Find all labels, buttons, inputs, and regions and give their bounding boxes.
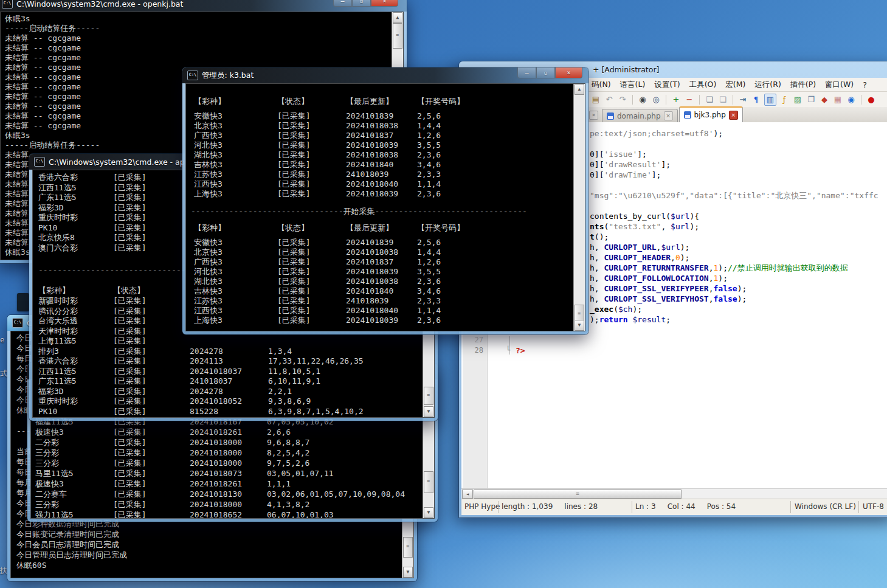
function-list-icon[interactable]: ƒ	[779, 94, 790, 105]
scroll-down-icon[interactable]: ▼	[403, 567, 413, 578]
zoom-out-icon[interactable]: −	[684, 94, 695, 105]
record-macro-icon[interactable]: ●	[866, 94, 877, 105]
cmd-icon: C:\	[12, 318, 23, 328]
maximize-button[interactable]: ▫	[536, 67, 555, 78]
menu-item-tools[interactable]: 工具(O)	[689, 80, 717, 90]
redo-icon[interactable]: ↷	[617, 94, 628, 105]
separator[interactable]	[699, 95, 700, 105]
console-line: 今日管理员日志清理时间已完成	[16, 550, 395, 560]
scroll-up-icon[interactable]: ▲	[575, 84, 584, 95]
desktop-icon[interactable]	[17, 293, 29, 311]
document-map-icon[interactable]: ▨	[792, 94, 803, 105]
minimize-button[interactable]: –	[333, 0, 352, 7]
table-row: 极速快3[已采集] 202410182611,1,1	[31, 479, 422, 489]
menu-item-plugins[interactable]: 插件(P)	[790, 80, 816, 90]
window-title: C:\Windows\system32\cmd.exe - apic	[49, 157, 191, 167]
separator[interactable]	[666, 95, 666, 105]
close-icon[interactable]: ×	[589, 111, 598, 120]
eye-icon[interactable]: ◉	[846, 94, 857, 105]
menu-item-window[interactable]: 窗口(W)	[825, 80, 854, 90]
scroll-left-icon[interactable]: ◄	[462, 489, 473, 499]
view-doc2-icon[interactable]: ❏	[717, 94, 728, 105]
fold-end-icon[interactable]: └	[506, 345, 510, 356]
scroll-thumb[interactable]: ≡	[424, 471, 433, 493]
console-line: 休眠3s	[5, 14, 391, 24]
menu-item-macro[interactable]: 宏(M)	[725, 80, 745, 90]
menu-item-encoding[interactable]: 码(N)	[592, 80, 611, 90]
view-doc1-icon[interactable]: ❏	[704, 94, 715, 105]
scroll-down-icon[interactable]: ▼	[424, 507, 433, 518]
folder-icon[interactable]: ▦	[832, 94, 843, 105]
menu-item-run[interactable]: 运行(R)	[754, 80, 781, 90]
table-header: 【彩种】【状态】 【最后更新】【开奖号码】	[186, 97, 573, 106]
table-row: 吉林快3[已采集] 20241018403,4,6	[186, 160, 573, 170]
desktop-icon-label[interactable]: 式	[0, 368, 7, 379]
zoom-in-icon[interactable]: +	[671, 94, 682, 105]
titlebar-openkj[interactable]: C:\ C:\Windows\system32\cmd.exe - openkj…	[0, 0, 407, 12]
scroll-down-icon[interactable]: ▼	[424, 406, 433, 417]
code-line: nts("test3.txt", $url);	[590, 221, 699, 232]
table-row: 重庆时时彩[已采集] 202410180529,3,8,6,9	[33, 396, 422, 407]
menu-item-help[interactable]: ?	[863, 80, 867, 89]
code-line: 0]['drawTime'];	[590, 170, 661, 180]
scroll-thumb[interactable]: ≡	[403, 537, 413, 558]
menu-item-language[interactable]: 语言(L)	[620, 80, 646, 90]
console-line: 今日账变记录清理时间已完成	[16, 529, 395, 539]
separator[interactable]	[632, 95, 633, 105]
indent-guide-icon[interactable]: ▥	[764, 94, 776, 106]
close-icon[interactable]: ×	[664, 111, 673, 120]
tab-domain-php[interactable]: domain.php ×	[602, 109, 678, 122]
table-row: 上海11选5[已采集]	[33, 336, 422, 347]
plugin-icon[interactable]: ◆	[819, 94, 830, 105]
scroll-thumb[interactable]: ≡	[424, 387, 433, 405]
separator[interactable]	[733, 95, 733, 105]
status-encoding[interactable]: UTF-8	[863, 502, 884, 511]
doc-switcher-icon[interactable]: ❐	[806, 94, 816, 105]
close-icon[interactable]: ×	[729, 111, 738, 120]
paste-icon[interactable]: ▤	[590, 94, 601, 105]
tab-bjk3-php[interactable]: bjk3.php ×	[679, 106, 743, 122]
scroll-down-icon[interactable]: ▼	[575, 320, 584, 331]
titlebar-k3[interactable]: C:\ 管理员: k3.bat – ▫ ×	[182, 67, 588, 83]
table-row: 福彩3D[已采集] 20242782,2,1	[33, 387, 422, 397]
replace-icon[interactable]: ◎	[651, 94, 661, 105]
scroll-thumb[interactable]: ≡	[393, 23, 402, 49]
scrollbar-horizontal[interactable]: ◄ ≡	[461, 488, 887, 499]
find-icon[interactable]: ◉	[637, 94, 648, 105]
table-row: 河北快3[已采集] 202410180393,5,5	[186, 140, 573, 150]
code-line: pe:text/json;charset=utf8');	[590, 128, 723, 139]
code-line: t();	[590, 232, 609, 242]
window-controls: – ▫ ×	[517, 67, 582, 78]
separator[interactable]	[861, 95, 861, 105]
console-k3[interactable]: 【彩种】【状态】 【最后更新】【开奖号码】 安徽快3[已采集] 20241018…	[185, 83, 585, 331]
scroll-thumb[interactable]: ≡	[474, 489, 682, 499]
minimize-button[interactable]: –	[517, 67, 536, 78]
table-row: 江苏快3[已采集] 2410180392,3,3	[186, 170, 573, 179]
table-row: 吉林快3[已采集] 20241018403,4,6	[186, 286, 573, 296]
code-line: h, CURLOPT_URL,$url);	[590, 242, 689, 252]
divider	[498, 501, 499, 513]
maximize-button[interactable]: ▫	[352, 0, 371, 7]
word-wrap-icon[interactable]: ⇥	[737, 94, 748, 105]
table-row: 二分赛车[已采集] 2024101813003,02,06,01,05,07,1…	[31, 489, 422, 499]
desktop-icon-label[interactable]: 扶	[0, 566, 7, 576]
show-all-chars-icon[interactable]: ¶	[751, 94, 762, 105]
status-eol-format[interactable]: Windows (CR LF)	[795, 502, 856, 511]
scrollbar-vertical[interactable]: ▲ ≡ ▼	[573, 84, 585, 331]
table-row: 江西快3[已采集] 202410180401,1,4	[186, 306, 573, 316]
console-line: 未结算 -- cgcgame	[5, 33, 391, 43]
scroll-up-icon[interactable]: ▲	[393, 12, 402, 23]
desktop-icon-label[interactable]: e	[0, 336, 4, 344]
undo-icon[interactable]: ↶	[604, 94, 615, 105]
desktop: { "chrome": {"min": "–", "max": "▫", "cl…	[0, 0, 887, 588]
close-button[interactable]: ×	[371, 0, 398, 7]
table-row: 上海快3[已采集] 202410180392,3,6	[186, 316, 573, 325]
menu-item-settings[interactable]: 设置(T)	[654, 80, 680, 90]
table-row: 河北快3[已采集] 202410180393,5,5	[186, 267, 573, 277]
table-row: 安徽快3[已采集] 20241018392,5,6	[186, 238, 573, 247]
status-cursor-position: Ln : 3 Col : 44 Pos : 54	[635, 502, 736, 511]
close-button[interactable]: ×	[555, 67, 582, 78]
table-row: 江苏快3[已采集] 2410180392,3,3	[186, 296, 573, 306]
divider	[858, 501, 859, 513]
window-cmd-k3[interactable]: C:\ 管理员: k3.bat – ▫ × 【彩种】【状态】 【最后更新】【开奖…	[182, 67, 588, 334]
